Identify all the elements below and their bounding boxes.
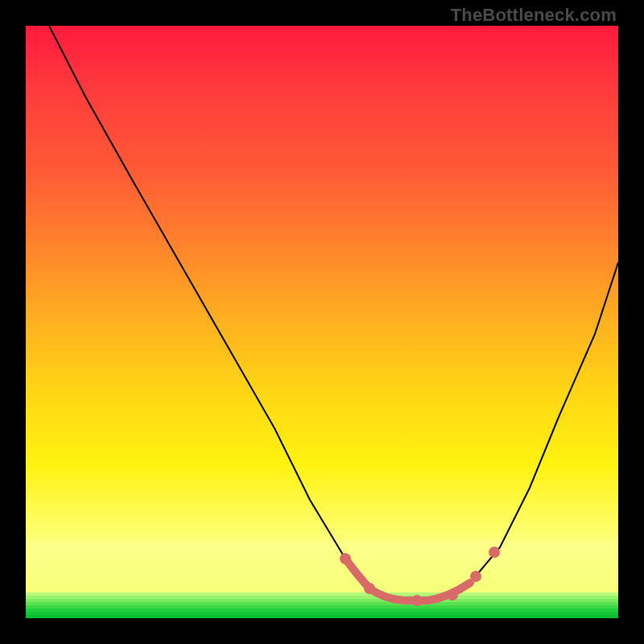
highlight-dot — [489, 547, 500, 558]
watermark-text: TheBottleneck.com — [451, 5, 617, 26]
bottleneck-curve — [49, 26, 618, 601]
highlight-dot — [411, 595, 423, 606]
chart-frame: TheBottleneck.com — [0, 0, 644, 644]
highlight-dot — [340, 553, 351, 564]
plot-area — [26, 26, 618, 618]
bottleneck-curve-svg — [26, 26, 618, 618]
highlight-dot — [364, 583, 375, 594]
highlight-dot — [470, 571, 481, 582]
highlight-dot — [447, 589, 458, 601]
